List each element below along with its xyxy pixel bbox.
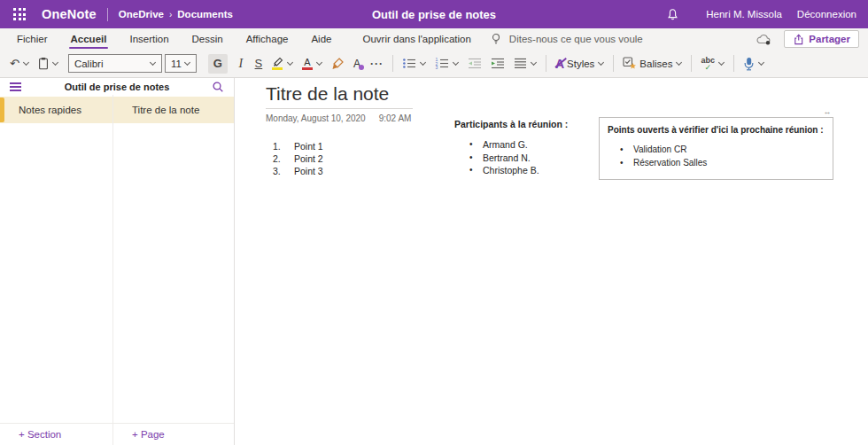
ribbon-divider: [546, 55, 546, 72]
sign-out-link[interactable]: Déconnexion: [797, 9, 856, 20]
more-formatting-button[interactable]: ···: [366, 55, 388, 73]
list-item[interactable]: Armand G.: [469, 138, 568, 152]
tags-button[interactable]: Balises: [618, 54, 686, 73]
chevron-down-icon: [316, 59, 322, 65]
tab-affichage[interactable]: Affichage: [235, 30, 300, 49]
open-points-heading[interactable]: Points ouverts à vérifier d'ici la proch…: [608, 125, 824, 135]
tab-insertion[interactable]: Insertion: [118, 30, 180, 49]
navigation-pane: Outil de prise de notes Notes rapides + …: [0, 78, 235, 445]
user-name[interactable]: Henri M. Missola: [706, 9, 782, 20]
page-datetime[interactable]: Monday, August 10, 2020 9:02 AM: [266, 113, 413, 123]
increase-indent-button[interactable]: [486, 55, 509, 72]
underline-button[interactable]: S: [250, 54, 267, 73]
list-item[interactable]: Réservation Salles: [620, 157, 824, 170]
chevron-down-icon: [758, 59, 764, 65]
tags-label: Balises: [639, 59, 672, 69]
page-canvas[interactable]: Titre de la note Monday, August 10, 2020…: [235, 78, 868, 445]
page-time: 9:02 AM: [379, 113, 412, 123]
numbering-button[interactable]: 1 2 3: [430, 55, 463, 72]
pages-list: Titre de la note: [113, 95, 234, 423]
share-button[interactable]: Partager: [784, 30, 859, 48]
format-painter-button[interactable]: [327, 55, 348, 73]
page-title-block: Titre de la note Monday, August 10, 2020…: [266, 83, 413, 123]
sections-column: Notes rapides + Section: [0, 95, 113, 445]
add-page-button[interactable]: + Page: [113, 423, 234, 445]
text-effects-button[interactable]: A: [348, 54, 366, 73]
styles-label: Styles: [567, 59, 594, 69]
app-launcher-button[interactable]: [8, 3, 31, 26]
list-marker: 1.: [273, 140, 286, 152]
text-effects-icon: A: [353, 57, 360, 70]
topbar-left: OneNote OneDrive › Documents: [0, 3, 233, 26]
styles-button[interactable]: A Styles: [551, 54, 608, 74]
breadcrumb-onedrive[interactable]: OneDrive: [119, 9, 164, 20]
nav-toggle-button[interactable]: [10, 82, 21, 91]
document-title: Outil de prise de notes: [372, 8, 496, 21]
open-in-app-button[interactable]: Ouvrir dans l'application: [357, 30, 476, 48]
menubar-right: Partager: [756, 30, 859, 48]
font-color-button[interactable]: A: [298, 55, 327, 73]
container-resize-icon[interactable]: ↔: [824, 107, 832, 116]
chevron-down-icon: [676, 59, 682, 65]
participants-heading[interactable]: Participants à la réunion :: [454, 119, 568, 129]
undo-button[interactable]: ↶: [5, 54, 34, 73]
list-item[interactable]: Bertrand N.: [469, 152, 568, 165]
hamburger-icon: [10, 82, 21, 84]
app-name[interactable]: OneNote: [42, 7, 97, 21]
add-section-button[interactable]: + Section: [0, 423, 112, 445]
list-item[interactable]: 1. Point 1: [273, 140, 323, 152]
section-item-notes-rapides[interactable]: Notes rapides: [0, 97, 112, 123]
font-color-icon: A: [302, 58, 313, 70]
dictate-button[interactable]: [739, 54, 769, 74]
format-painter-icon: [331, 58, 344, 70]
undo-icon: ↶: [10, 57, 19, 70]
chevron-down-icon: [598, 59, 604, 65]
tab-accueil[interactable]: Accueil: [59, 30, 119, 49]
bold-button[interactable]: G: [204, 51, 232, 76]
font-name-combobox[interactable]: Calibri: [68, 54, 162, 73]
bullets-button[interactable]: [398, 55, 430, 72]
numbered-list-container[interactable]: 1. Point 1 2. Point 2 3. Point 3: [273, 140, 323, 177]
spellcheck-icon: abc ✓: [701, 57, 715, 71]
paste-button[interactable]: [34, 54, 63, 73]
font-size-combobox[interactable]: 11: [165, 54, 197, 73]
page-item-titre-de-la-note[interactable]: Titre de la note: [113, 97, 234, 123]
spellcheck-button[interactable]: abc ✓: [696, 54, 729, 74]
chevron-down-icon: [150, 59, 156, 65]
list-item[interactable]: 3. Point 3: [273, 165, 323, 177]
participants-container[interactable]: Participants à la réunion : Armand G. Be…: [454, 119, 568, 177]
search-button[interactable]: [212, 81, 224, 93]
ribbon-divider: [613, 55, 614, 72]
italic-button[interactable]: I: [232, 54, 250, 74]
decrease-indent-button[interactable]: [463, 55, 486, 72]
sync-status-button[interactable]: [756, 33, 772, 46]
list-item[interactable]: Validation CR: [620, 144, 824, 157]
tell-me-control[interactable]: Dites-nous ce que vous voule: [491, 33, 643, 45]
search-icon: [212, 81, 224, 93]
tab-dessin[interactable]: Dessin: [181, 30, 235, 49]
notebook-header: Outil de prise de notes: [0, 79, 234, 95]
pages-column: Titre de la note + Page: [113, 95, 234, 445]
ribbon-divider: [392, 55, 393, 72]
highlight-button[interactable]: [267, 54, 298, 73]
page-title[interactable]: Titre de la note: [266, 83, 413, 109]
tab-aide[interactable]: Aide: [299, 30, 343, 49]
highlighter-icon: [272, 57, 283, 70]
open-points-list: Validation CR Réservation Salles: [608, 144, 824, 169]
tab-fichier[interactable]: Fichier: [5, 30, 59, 49]
breadcrumb-separator-icon: ›: [169, 10, 172, 20]
list-item[interactable]: Christophe B.: [469, 164, 568, 177]
chevron-down-icon: [718, 59, 725, 65]
tag-checkbox-star-icon: [623, 57, 637, 70]
alignment-button[interactable]: [509, 55, 541, 72]
lightbulb-icon: [491, 33, 501, 45]
numbered-list-icon: 1 2 3: [435, 58, 449, 69]
participants-list: Armand G. Bertrand N. Christophe B.: [454, 138, 568, 177]
topbar-divider: [107, 8, 108, 21]
list-item[interactable]: 2. Point 2: [273, 152, 323, 165]
ribbon-divider: [691, 55, 692, 72]
breadcrumb-documents[interactable]: Documents: [177, 9, 233, 20]
notifications-button[interactable]: [666, 8, 679, 21]
chevron-down-icon: [52, 59, 58, 65]
open-points-container[interactable]: ↔ Points ouverts à vérifier d'ici la pro…: [599, 117, 833, 180]
